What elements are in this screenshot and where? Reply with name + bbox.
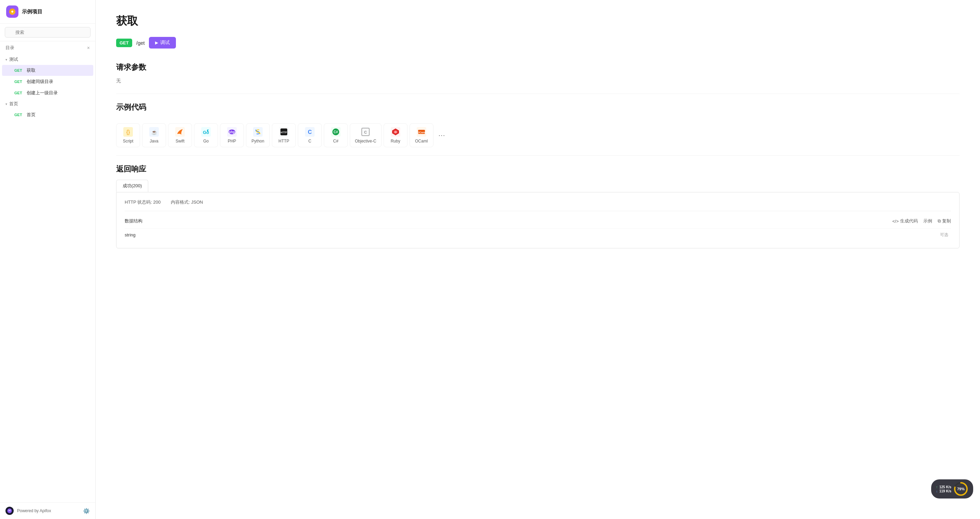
- main-content: 获取 GET /get ▶ 调试 请求参数 无 示例代码 {} Script: [95, 0, 980, 519]
- ds-actions: </> 生成代码 示例 ⧉ 复制: [892, 218, 951, 224]
- http-status-label: HTTP 状态码:: [125, 199, 152, 205]
- nav-group-homepage[interactable]: ▾ 首页: [0, 99, 95, 109]
- nav-section: ▾ 测试 GET 获取 GET 创建同级目录 GET 创建上一级目录 ▾ 首页 …: [0, 53, 95, 122]
- svg-text:HTTP: HTTP: [281, 131, 287, 134]
- nav-item-huoqu[interactable]: GET 获取: [2, 65, 93, 76]
- lang-name-php: PHP: [228, 139, 236, 143]
- response-tabs: 成功(200): [116, 180, 959, 192]
- nav-group-ceshi-label: 测试: [9, 56, 18, 62]
- lang-item-http[interactable]: HTTP HTTP: [272, 123, 296, 147]
- response-content: HTTP 状态码: 200 内容格式: JSON 数据结构 </> 生成代码 示…: [116, 192, 959, 248]
- nav-item-create-sibling[interactable]: GET 创建同级目录: [2, 76, 93, 87]
- code-examples-title: 示例代码: [116, 102, 959, 112]
- copy-button[interactable]: ⧉ 复制: [938, 218, 951, 224]
- lang-name-http: HTTP: [278, 139, 289, 143]
- sidebar-header: 示例项目: [0, 0, 95, 24]
- php-icon: php: [227, 127, 237, 137]
- nav-group-ceshi[interactable]: ▾ 测试: [0, 54, 95, 65]
- debug-button[interactable]: ▶ 调试: [149, 37, 176, 49]
- more-icon: ⋯: [438, 131, 445, 139]
- method-get-badge: GET: [116, 38, 132, 47]
- endpoint-row: GET /get ▶ 调试: [116, 37, 959, 49]
- network-widget: 125 K/s 119 K/s 79%: [931, 479, 973, 498]
- lang-name-swift: Swift: [176, 139, 185, 143]
- request-params-title: 请求参数: [116, 62, 959, 72]
- progress-circle: 79%: [953, 481, 968, 497]
- lang-item-java[interactable]: ☕ Java: [142, 123, 166, 147]
- nav-group-homepage-label: 首页: [9, 101, 18, 107]
- nav-item-create-parent[interactable]: GET 创建上一级目录: [2, 88, 93, 99]
- svg-text:OCaml: OCaml: [417, 131, 426, 134]
- search-box: [0, 24, 95, 41]
- lang-item-go[interactable]: Go Go: [194, 123, 218, 147]
- search-wrapper: [5, 27, 91, 38]
- content-type-value: JSON: [191, 199, 203, 205]
- lang-name-objc: Objective-C: [355, 139, 376, 143]
- http-status-value: 200: [153, 199, 161, 205]
- c-icon: C: [305, 127, 315, 137]
- method-badge-get: GET: [14, 68, 24, 72]
- chevron-icon: ▾: [5, 58, 7, 62]
- lang-name-ocaml: OCaml: [415, 139, 428, 143]
- nav-item-homepage[interactable]: GET 首页: [2, 109, 93, 120]
- project-name: 示例项目: [22, 8, 42, 15]
- swift-icon: [175, 127, 185, 137]
- chevron-icon2: ▾: [5, 102, 7, 106]
- method-badge-get2: GET: [14, 80, 24, 84]
- svg-text:C#: C#: [334, 130, 338, 134]
- svg-text:php: php: [229, 130, 235, 134]
- lang-item-ruby[interactable]: Ruby: [383, 123, 407, 147]
- upload-speed-value: 125 K/s: [939, 485, 951, 489]
- http-icon: HTTP: [279, 127, 289, 137]
- toc-header: 目录 ×: [0, 41, 95, 53]
- lang-name-go: Go: [203, 139, 209, 143]
- content-type: 内容格式: JSON: [171, 199, 203, 205]
- more-languages-button[interactable]: ⋯: [436, 129, 448, 142]
- progress-text: 79%: [957, 487, 965, 491]
- lang-item-python[interactable]: Python: [246, 123, 270, 147]
- lang-name-csharp: C#: [333, 139, 338, 143]
- data-structure-header: 数据结构 </> 生成代码 示例 ⧉ 复制: [125, 218, 951, 224]
- example-button[interactable]: 示例: [923, 218, 932, 224]
- nav-item-label: 获取: [27, 67, 35, 73]
- lang-item-php[interactable]: php PHP: [220, 123, 244, 147]
- toc-close-button[interactable]: ×: [87, 45, 90, 51]
- app-icon: [6, 5, 18, 18]
- generate-code-button[interactable]: </> 生成代码: [892, 218, 918, 224]
- download-speed: 119 K/s: [936, 489, 951, 493]
- nav-item-label3: 创建上一级目录: [27, 90, 58, 96]
- lang-item-ocaml[interactable]: OCaml OCaml: [410, 123, 433, 147]
- lang-name-script: Script: [123, 139, 134, 143]
- lang-item-objc[interactable]: C Objective-C: [350, 123, 382, 147]
- lang-name-ruby: Ruby: [391, 139, 400, 143]
- example-label: 示例: [923, 218, 932, 224]
- lang-item-script[interactable]: {} Script: [116, 123, 140, 147]
- go-icon: Go: [201, 127, 211, 137]
- divider1: [116, 94, 959, 94]
- settings-icon[interactable]: ⚙️: [83, 508, 90, 514]
- toc-label: 目录: [5, 45, 14, 51]
- copy-icon: ⧉: [938, 218, 941, 224]
- lang-item-c[interactable]: C C: [298, 123, 322, 147]
- play-icon: ▶: [155, 40, 158, 45]
- objc-icon: C: [361, 127, 370, 137]
- svg-text:C: C: [308, 129, 312, 135]
- response-tab-200[interactable]: 成功(200): [116, 180, 148, 192]
- data-structure-label: 数据结构: [125, 218, 142, 224]
- nav-item-label4: 首页: [27, 112, 35, 118]
- svg-point-11: [208, 130, 209, 131]
- svg-text:C: C: [364, 130, 367, 134]
- copy-label: 复制: [942, 218, 951, 224]
- response-section-title: 返回响应: [116, 164, 959, 174]
- footer-logo: [5, 507, 14, 515]
- search-input[interactable]: [5, 27, 91, 38]
- data-type-string: string: [125, 232, 940, 237]
- debug-label: 调试: [160, 40, 170, 46]
- lang-name-python: Python: [251, 139, 264, 143]
- lang-item-swift[interactable]: Swift: [168, 123, 192, 147]
- lang-item-csharp[interactable]: C# C#: [324, 123, 348, 147]
- svg-text:{}: {}: [126, 129, 130, 135]
- endpoint-path: /get: [136, 40, 145, 46]
- script-icon: {}: [123, 127, 133, 137]
- lang-name-java: Java: [150, 139, 158, 143]
